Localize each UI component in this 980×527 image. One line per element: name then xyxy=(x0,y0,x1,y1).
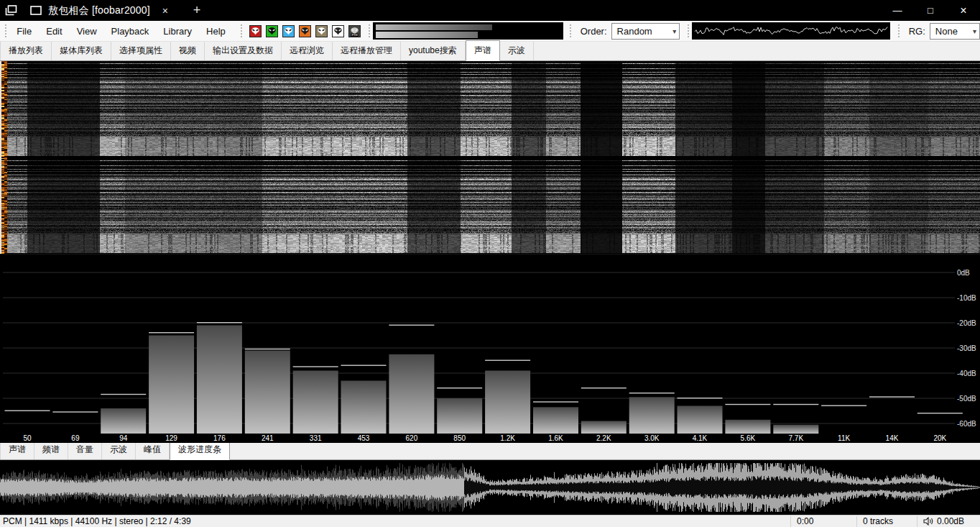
volume-bar[interactable] xyxy=(376,24,492,30)
panel-tab-1[interactable]: 播放列表 xyxy=(0,42,52,60)
freq-label: 50 xyxy=(23,434,32,442)
toolbar-grip[interactable] xyxy=(568,23,573,39)
freq-label: 11K xyxy=(838,434,850,442)
maximize-button[interactable]: □ xyxy=(914,0,947,21)
foobar-orange-icon-button[interactable] xyxy=(299,25,311,37)
visual-tab-3[interactable]: 音量 xyxy=(68,441,102,459)
fth-icon-button[interactable]: FTH xyxy=(348,25,361,37)
freq-label: 331 xyxy=(310,434,322,442)
toolbar-grip[interactable] xyxy=(366,23,371,39)
menu-playback[interactable]: Playback xyxy=(104,21,157,42)
freq-label: 453 xyxy=(358,434,370,442)
rg-value: None xyxy=(935,26,958,37)
freq-label: 1.6K xyxy=(548,434,563,442)
window-tab[interactable]: 敖包相会 [foobar2000] × xyxy=(22,0,181,21)
spectrum-peak xyxy=(341,365,387,366)
status-time-section: 0:00 xyxy=(790,516,856,527)
spectrum-peak xyxy=(485,360,530,361)
foobar-green-icon-button[interactable] xyxy=(266,25,278,37)
spectrum-peak xyxy=(678,398,723,398)
visual-tab-1[interactable]: 声谱 xyxy=(0,441,34,459)
panel-tab-4[interactable]: 视频 xyxy=(171,42,205,60)
menu-bar: FileEditViewPlaybackLibraryHelp xyxy=(9,21,233,42)
spectrum-bar xyxy=(533,407,578,434)
toolbar-grip[interactable] xyxy=(239,23,244,39)
title-bar: 敖包相会 [foobar2000] × + — □ × xyxy=(0,0,980,21)
spectrum-bar xyxy=(485,371,530,434)
open-file-icon xyxy=(332,25,344,37)
menu-edit[interactable]: Edit xyxy=(39,21,69,42)
menu-toolbar-row: FileEditViewPlaybackLibraryHelp FTH Orde… xyxy=(0,21,980,42)
spectrum-bar xyxy=(101,408,146,434)
order-label: Order: xyxy=(581,26,607,37)
freq-label: 129 xyxy=(165,434,177,442)
new-tab-button[interactable]: + xyxy=(188,3,205,19)
panel-tab-8[interactable]: youtube搜索 xyxy=(401,42,466,60)
spectrum-bar xyxy=(197,326,242,434)
spectrum-peak xyxy=(629,393,675,393)
spectrum-bar xyxy=(293,371,338,434)
spectrum-peak xyxy=(293,366,338,367)
panel-tab-3[interactable]: 选择项属性 xyxy=(111,42,171,60)
seek-bar[interactable] xyxy=(376,32,478,38)
foobar-blue-icon xyxy=(282,25,295,37)
db-label: 0dB xyxy=(957,269,970,277)
db-label: -10dB xyxy=(957,294,976,302)
freq-label: 69 xyxy=(71,434,80,442)
tab-close-button[interactable]: × xyxy=(157,3,174,19)
freq-label: 20K xyxy=(933,434,946,442)
layers-icon xyxy=(5,5,17,16)
db-label: -40dB xyxy=(957,370,976,377)
toolbar-grip[interactable] xyxy=(896,23,901,39)
spectrum-peak xyxy=(917,413,963,413)
foobar-red-icon xyxy=(249,25,262,37)
waveform-seekbar-panel[interactable] xyxy=(0,460,980,515)
panel-tab-9[interactable]: 声谱 xyxy=(466,40,500,61)
panel-tab-2[interactable]: 媒体库列表 xyxy=(52,42,111,60)
menu-view[interactable]: View xyxy=(70,21,104,42)
oscilloscope-panel xyxy=(692,22,890,40)
menu-library[interactable]: Library xyxy=(156,21,199,42)
rg-combobox[interactable]: None ▾ xyxy=(930,23,980,40)
freq-label: 176 xyxy=(213,434,226,442)
open-file-icon-button[interactable] xyxy=(332,25,344,37)
status-tracks: 0 tracks xyxy=(863,516,893,526)
foobar-tan-icon xyxy=(315,25,328,37)
freq-label: 4.1K xyxy=(693,434,708,442)
visual-tab-4[interactable]: 示波 xyxy=(102,441,136,459)
panel-tab-10[interactable]: 示波 xyxy=(500,42,534,60)
foobar-blue-icon-button[interactable] xyxy=(282,25,295,37)
panel-tab-7[interactable]: 远程播放管理 xyxy=(333,42,401,60)
foobar-green-icon xyxy=(266,25,278,37)
panel-tab-6[interactable]: 远程浏览 xyxy=(282,42,333,60)
spectrum-peak xyxy=(101,394,146,395)
order-combobox[interactable]: Random ▾ xyxy=(611,23,680,40)
panel-tab-5[interactable]: 输出设置及数据 xyxy=(205,42,282,60)
app-layers-icon[interactable] xyxy=(0,0,22,21)
foobar-orange-icon xyxy=(299,25,311,37)
close-button[interactable]: × xyxy=(947,0,980,21)
foobar-red-icon-button[interactable] xyxy=(249,25,262,37)
minimize-button[interactable]: — xyxy=(881,0,914,21)
spectrum-bar xyxy=(437,398,482,434)
foobar-tan-icon-button[interactable] xyxy=(315,25,328,37)
waveform-seekbar-canvas[interactable] xyxy=(0,460,980,515)
window-title: 敖包相会 [foobar2000] xyxy=(48,4,150,17)
status-time: 0:00 xyxy=(797,516,813,526)
spectrum-peak xyxy=(389,325,434,326)
speaker-icon xyxy=(923,517,934,526)
db-label: -60dB xyxy=(957,420,976,428)
menu-help[interactable]: Help xyxy=(199,21,233,42)
visual-tab-5[interactable]: 峰值 xyxy=(136,441,170,459)
toolbar-buttons: FTH xyxy=(249,25,361,37)
freq-label: 7.7K xyxy=(789,434,804,442)
status-volume-section[interactable]: 0.00dB xyxy=(917,516,980,527)
spectrum-bar xyxy=(629,397,675,434)
visual-tab-2[interactable]: 频谱 xyxy=(34,441,68,459)
volume-seek-panel xyxy=(373,22,563,40)
db-label: -20dB xyxy=(957,319,976,327)
menu-file[interactable]: File xyxy=(9,21,39,42)
toolbar-grip[interactable] xyxy=(685,23,690,39)
toolbar-grip[interactable] xyxy=(3,23,8,39)
db-label: -30dB xyxy=(957,344,976,352)
